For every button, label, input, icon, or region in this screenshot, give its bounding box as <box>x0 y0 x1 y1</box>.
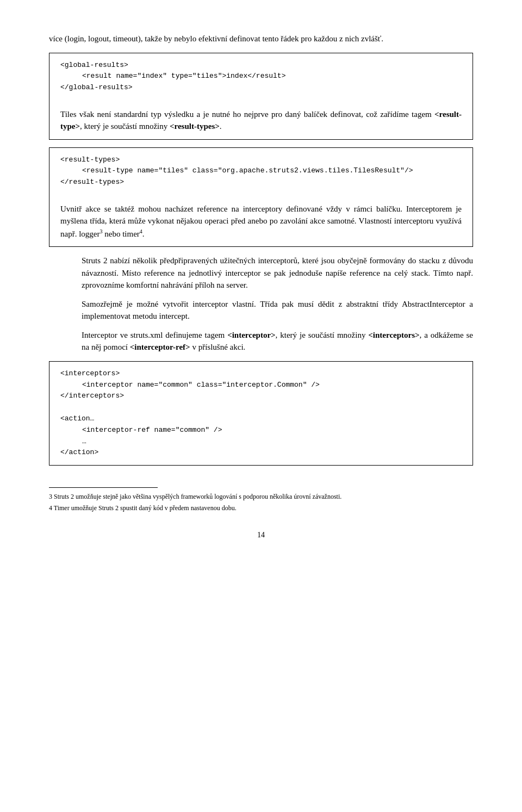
code-line-action-close: </action> <box>60 447 462 458</box>
code-block-result-types: <result-types> <result-type name="tiles"… <box>49 147 473 247</box>
code-line-interceptors-close: </interceptors> <box>60 390 462 402</box>
tag-interceptors: <interceptors> <box>368 331 419 339</box>
paragraph-interceptory-inline: Uvnitř akce se taktéž mohou nacházet ref… <box>60 203 462 240</box>
code-description-tiles: Tiles však není standardní typ výsledku … <box>60 108 462 133</box>
paragraph-interceptor-xml: Interceptor ve struts.xml definujeme tag… <box>82 329 473 354</box>
code-line-result-types-close: </result-types> <box>60 177 462 188</box>
code-block-interceptors: <interceptors> <interceptor name="common… <box>49 361 473 466</box>
page-content: více (login, logout, timeout), takže by … <box>0 0 522 584</box>
tag-result-type-inline: <result-type> <box>60 110 462 131</box>
page-number: 14 <box>49 529 473 541</box>
footnote-4: 4 Timer umožňuje Struts 2 spustit daný k… <box>49 504 473 513</box>
paragraph-samozrejme: Samozřejmě je možné vytvořit interceptor… <box>82 298 473 323</box>
code-line-ellipsis: … <box>82 436 462 448</box>
code-line-interceptor-ref: <interceptor-ref name="common" /> <box>82 425 462 436</box>
code-line-global-results-open: <global-results> <box>60 60 462 71</box>
footnote-3: 3 Struts 2 umožňuje stejně jako většina … <box>49 492 473 501</box>
tag-result-types-inline: <result-types> <box>170 122 220 131</box>
intro-text: více (login, logout, timeout), takže by … <box>49 34 383 43</box>
code-line-global-results-close: </global-results> <box>60 82 462 94</box>
intro-paragraph: více (login, logout, timeout), takže by … <box>49 33 473 45</box>
footnote-divider <box>49 487 158 488</box>
code-line-action-open: <action… <box>60 413 462 425</box>
code-line-result: <result name="index" type="tiles">index<… <box>82 71 462 82</box>
code-line-result-type-def: <result-type name="tiles" class="org.apa… <box>82 165 462 177</box>
code-block-global-results: <global-results> <result name="index" ty… <box>49 53 473 140</box>
tag-interceptor: <interceptor> <box>227 331 275 339</box>
code-line-interceptor-def: <interceptor name="common" class="interc… <box>82 380 462 391</box>
code-line-result-types-open: <result-types> <box>60 154 462 166</box>
footnote-ref-3: 3 <box>100 228 102 234</box>
footnote-ref-4: 4 <box>140 228 142 234</box>
code-line-interceptors-open: <interceptors> <box>60 368 462 380</box>
paragraph-struts2: Struts 2 nabízí několik předpřipravených… <box>82 255 473 292</box>
tag-interceptor-ref: <interceptor-ref> <box>130 343 190 351</box>
